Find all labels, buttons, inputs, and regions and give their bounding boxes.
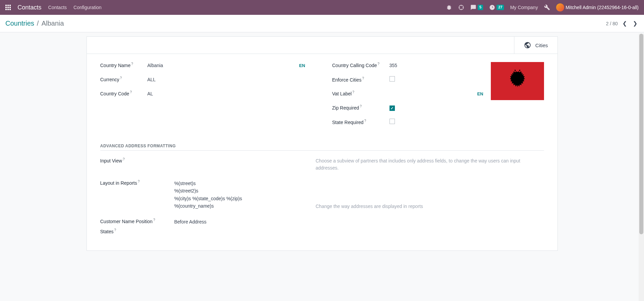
help-icon[interactable]: ? (362, 77, 364, 80)
help-icon[interactable]: ? (378, 62, 380, 66)
help-icon[interactable]: ? (130, 90, 132, 94)
content[interactable]: Cities Country Name? Albania EN C (0, 32, 644, 300)
value-country-code[interactable]: AL (147, 91, 312, 96)
globe-icon (524, 41, 531, 49)
bug-icon[interactable] (446, 4, 452, 10)
help-icon[interactable]: ? (153, 218, 155, 222)
pager-next[interactable]: ❯ (632, 19, 639, 28)
breadcrumb-sep: / (37, 20, 39, 27)
flag-eagle-icon (502, 68, 533, 94)
cities-label: Cities (535, 42, 548, 48)
label-name-position: Customer Name Position? (100, 218, 161, 225)
value-currency[interactable]: ALL (147, 77, 312, 82)
avatar (556, 3, 564, 11)
label-state-required: State Required? (332, 119, 389, 125)
label-country-name: Country Name? (100, 62, 147, 68)
user-menu[interactable]: Mitchell Admin (22452964-16-0-all) (556, 3, 639, 11)
label-input-view: Input View? (100, 157, 161, 172)
support-icon[interactable] (458, 4, 464, 10)
user-name: Mitchell Admin (22452964-16-0-all) (566, 5, 639, 10)
help-icon[interactable]: ? (123, 157, 125, 161)
help-icon[interactable]: ? (120, 76, 122, 80)
checkbox-zip-required[interactable] (389, 106, 395, 111)
value-name-position[interactable]: Before Address (174, 218, 302, 225)
value-country-name[interactable]: Albania (147, 63, 299, 68)
pager: 2 / 80 ❮ ❯ (606, 19, 639, 28)
help-layout-reports: Change the way addresses are displayed i… (316, 203, 544, 210)
tools-icon[interactable] (544, 4, 550, 10)
label-states: States? (100, 228, 161, 234)
help-input-view: Choose a subview of partners that includ… (316, 157, 544, 172)
nav-configuration[interactable]: Configuration (73, 5, 101, 10)
help-icon[interactable]: ? (352, 90, 354, 94)
pager-text: 2 / 80 (606, 21, 618, 26)
apps-icon[interactable] (5, 5, 11, 10)
help-icon[interactable]: ? (360, 104, 362, 108)
breadcrumb: Countries / Albania (5, 20, 64, 27)
scrollbar-thumb[interactable] (639, 34, 643, 234)
section-title: ADVANCED ADDRESS FORMATTING (100, 144, 544, 151)
label-layout-reports: Layout in Reports? (100, 180, 161, 210)
checkbox-enforce-cities[interactable] (389, 76, 395, 82)
label-enforce-cities: Enforce Cities? (332, 77, 389, 83)
help-icon[interactable]: ? (131, 62, 133, 66)
navbar: Contacts Contacts Configuration 5 27 My … (0, 0, 644, 15)
value-layout-reports[interactable]: %(street)s %(street2)s %(city)s %(state_… (174, 180, 302, 210)
activity-icon[interactable]: 27 (489, 4, 504, 10)
value-input-view[interactable] (174, 157, 302, 172)
company-switcher[interactable]: My Company (510, 5, 538, 10)
label-vat-label: Vat Label? (332, 90, 389, 96)
checkbox-state-required[interactable] (389, 119, 395, 124)
help-icon[interactable]: ? (114, 228, 116, 232)
discuss-icon[interactable]: 5 (470, 4, 483, 10)
button-box: Cities (87, 37, 557, 54)
cities-button[interactable]: Cities (514, 37, 557, 54)
label-zip-required: Zip Required? (332, 104, 389, 111)
nav-contacts[interactable]: Contacts (48, 5, 67, 10)
breadcrumb-parent[interactable]: Countries (5, 20, 34, 27)
help-icon[interactable]: ? (138, 180, 140, 183)
breadcrumb-current: Albania (41, 20, 64, 27)
scrollbar[interactable] (639, 34, 644, 300)
label-country-code: Country Code? (100, 90, 147, 96)
help-icon[interactable]: ? (364, 119, 366, 123)
label-currency: Currency? (100, 76, 147, 82)
pager-prev[interactable]: ❮ (621, 19, 628, 28)
label-calling-code: Country Calling Code? (332, 62, 389, 68)
brand-title[interactable]: Contacts (18, 4, 41, 11)
lang-country-name[interactable]: EN (299, 63, 312, 68)
control-bar: Countries / Albania 2 / 80 ❮ ❯ (0, 15, 644, 32)
activity-badge: 27 (497, 5, 504, 10)
country-flag[interactable] (491, 62, 544, 100)
discuss-badge: 5 (478, 5, 483, 10)
form-sheet: Cities Country Name? Albania EN C (87, 36, 558, 251)
